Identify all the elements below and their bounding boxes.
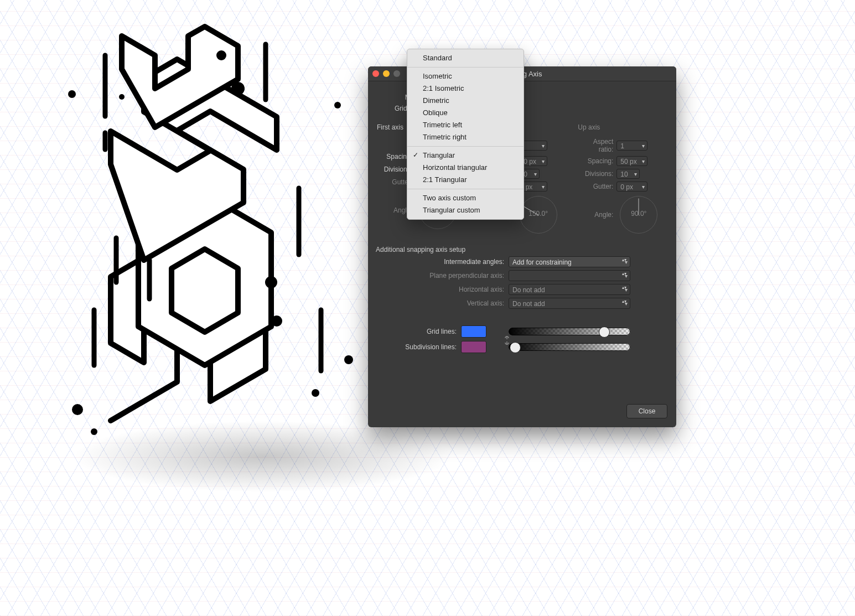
plane-perp-select: ▴▾ (509, 270, 630, 281)
svg-point-18 (265, 276, 277, 288)
second-angle-dial: 150.0° (520, 196, 557, 234)
horizontal-axis-label: Horizontal axis: (374, 286, 509, 293)
horizontal-axis-select: Do not add ▴▾ (509, 284, 630, 295)
up-angle-label: Angle: (578, 211, 616, 219)
grid-type-menu[interactable]: Standard Isometric 2:1 Isometric Dimetri… (407, 49, 524, 220)
svg-point-14 (312, 389, 319, 397)
up-spacing-label: Spacing: (578, 157, 616, 165)
menu-item-standard[interactable]: Standard (407, 52, 524, 64)
stepper-icon: ▴▾ (622, 286, 626, 290)
menu-item-triangular-custom[interactable]: Triangular custom (407, 204, 524, 216)
subdivision-lines-label: Subdivision lines: (374, 343, 461, 351)
up-spacing-input: 50 px (616, 156, 647, 166)
svg-point-11 (216, 50, 226, 60)
menu-item-horizontal-triangular[interactable]: Horizontal triangular (407, 162, 524, 174)
menu-item-triangular[interactable]: Triangular (407, 149, 524, 162)
up-angle-dial: 90.0° (620, 196, 657, 234)
second-angle-value: 150.0° (520, 210, 557, 218)
grid-lines-color-swatch[interactable] (461, 325, 486, 338)
menu-item-2-1-isometric[interactable]: 2:1 Isometric (407, 82, 524, 95)
menu-item-two-axis-custom[interactable]: Two axis custom (407, 192, 524, 204)
stepper-icon: ▴▾ (622, 299, 626, 304)
menu-item-trimetric-right[interactable]: Trimetric right (407, 131, 524, 143)
up-divisions-label: Divisions: (578, 170, 616, 178)
up-aspect-label: Aspect ratio: (578, 138, 616, 153)
grid-lines-opacity-slider[interactable] (509, 328, 630, 335)
menu-item-isometric[interactable]: Isometric (407, 70, 524, 82)
stepper-icon: ▴▾ (622, 258, 626, 262)
menu-item-2-1-triangular[interactable]: 2:1 Triangular (407, 174, 524, 186)
vertical-axis-label: Vertical axis: (374, 299, 509, 307)
window-close-icon[interactable] (372, 70, 379, 77)
vertical-axis-value: Do not add (512, 300, 545, 308)
intermediate-angles-label: Intermediate angles: (374, 258, 509, 266)
svg-point-12 (231, 82, 245, 95)
up-angle-value: 90.0° (620, 210, 657, 218)
menu-separator (407, 189, 524, 189)
vertical-axis-select: Do not add ▴▾ (509, 298, 630, 309)
intermediate-angles-value: Add for constraining (512, 258, 572, 266)
svg-point-13 (271, 315, 282, 327)
menu-item-dimetric[interactable]: Dimetric (407, 95, 524, 107)
isometric-artwork (39, 22, 371, 482)
snapping-heading: Additional snapping axis setup (376, 246, 671, 253)
menu-item-trimetric-left[interactable]: Trimetric left (407, 119, 524, 131)
svg-point-16 (344, 355, 353, 364)
slider-knob-icon[interactable] (510, 342, 521, 353)
svg-point-10 (68, 90, 76, 98)
up-aspect-select: 1 (616, 141, 647, 151)
menu-item-oblique[interactable]: Oblique (407, 107, 524, 119)
stepper-icon: ▴▾ (622, 272, 626, 276)
up-divisions-select: 10 (616, 169, 640, 179)
intermediate-angles-select[interactable]: Add for constraining ▴▾ (509, 256, 630, 267)
grid-lines-label: Grid lines: (374, 328, 461, 335)
up-axis-heading: Up axis (578, 123, 667, 131)
up-gutter-input: 0 px (616, 182, 647, 191)
close-button[interactable]: Close (626, 404, 667, 418)
up-gutter-label: Gutter: (578, 183, 616, 190)
slider-knob-icon[interactable] (599, 327, 610, 338)
menu-separator (407, 67, 524, 68)
svg-point-8 (72, 404, 83, 415)
subdivision-lines-color-swatch[interactable] (461, 341, 486, 353)
subdivision-lines-opacity-slider[interactable] (509, 343, 630, 351)
plane-perp-label: Plane perpendicular axis: (374, 272, 509, 279)
svg-point-15 (334, 102, 341, 108)
menu-separator (407, 146, 524, 147)
up-axis-group: Up axis Aspect ratio: 1 Spacing: 50 px D… (574, 121, 671, 238)
svg-point-9 (91, 428, 97, 435)
svg-point-17 (119, 94, 125, 100)
horizontal-axis-value: Do not add (512, 286, 545, 294)
